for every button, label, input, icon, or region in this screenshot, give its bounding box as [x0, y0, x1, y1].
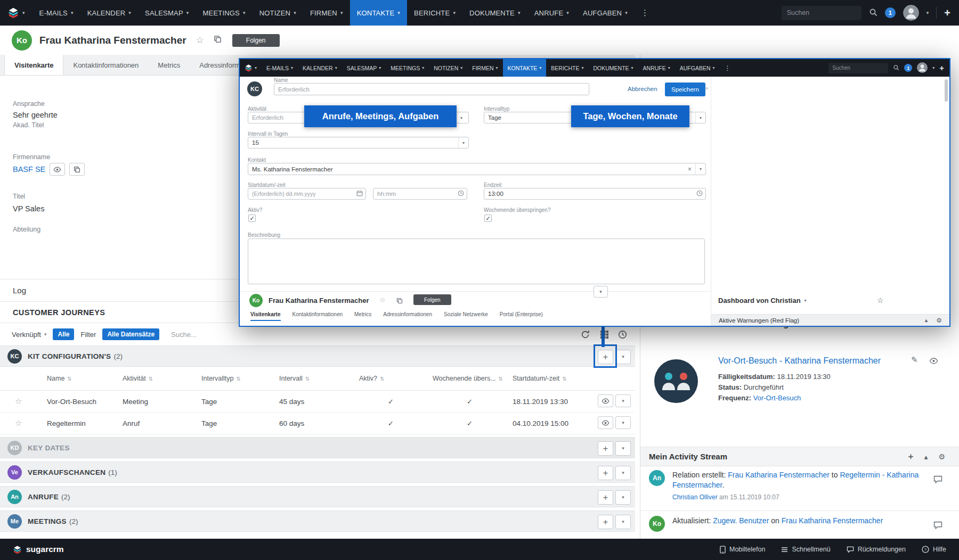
stream-link[interactable]: Frau Katharina Fenstermacher — [728, 471, 830, 479]
row-dropdown-button[interactable]: ▾ — [615, 394, 631, 407]
nav-item-anrufe[interactable]: ANRUFE▾ — [638, 59, 675, 77]
filter-label[interactable]: Filter — [80, 331, 96, 339]
copy-icon[interactable] — [396, 297, 403, 306]
nav-item-notizen[interactable]: NOTIZEN▾ — [429, 59, 467, 77]
journeys-search-input[interactable] — [171, 331, 240, 339]
gear-icon[interactable]: ⚙ — [938, 452, 945, 461]
sugarcrm-logo[interactable]: ▾ — [0, 0, 32, 26]
follow-button[interactable]: Folgen — [232, 34, 280, 47]
preview-eye-button[interactable] — [598, 394, 613, 407]
user-avatar[interactable] — [903, 5, 919, 21]
verkaufschancen-panel[interactable]: Ve VERKAUFSCHANCEN (1) + ▾ — [0, 462, 635, 483]
nav-item-meetings[interactable]: MEETINGS▾ — [386, 59, 429, 77]
mobile-phone-link[interactable]: Mobiltelefon — [720, 546, 765, 554]
active-checkbox[interactable]: ✓ — [248, 215, 256, 222]
chevron-down-icon[interactable]: ▾ — [932, 66, 934, 70]
tab-metrics[interactable]: Metrics — [148, 55, 190, 75]
frequency-link[interactable]: Vor-Ort-Besuch — [753, 394, 801, 402]
row-name-link[interactable]: Regeltermin — [47, 413, 86, 434]
nav-item-emails[interactable]: E-MAILS▾ — [32, 0, 80, 26]
calendar-icon[interactable] — [356, 189, 363, 199]
follow-button[interactable]: Folgen — [413, 294, 451, 305]
copy-icon[interactable] — [214, 35, 222, 45]
nav-item-kalender[interactable]: KALENDER▾ — [80, 0, 138, 26]
help-link[interactable]: ? Hilfe — [922, 546, 946, 553]
tab-soziale-netzwerke[interactable]: Soziale Netzwerke — [444, 311, 488, 321]
nav-item-kontakte[interactable]: KONTAKTE▾ — [350, 0, 407, 26]
warnings-panel-header[interactable]: Aktive Warnungen (Red Flag) ▴ ⚙ — [711, 314, 949, 326]
nav-item-aufgaben[interactable]: AUFGABEN▾ — [675, 59, 720, 77]
tab-visitenkarte[interactable]: Visitenkarte — [250, 311, 281, 321]
interval-days-select[interactable]: 15 ▾ — [248, 137, 469, 149]
stream-user-link[interactable]: Christian Olliver — [672, 493, 718, 501]
comment-icon[interactable] — [933, 521, 942, 532]
favorite-star-icon[interactable]: ☆ — [15, 391, 22, 412]
column-aktiv[interactable]: Aktiv?⇅ — [359, 367, 384, 390]
global-search-input[interactable] — [828, 63, 888, 73]
nav-item-kontakte[interactable]: KONTAKTE▾ — [503, 59, 547, 77]
global-search-input[interactable] — [782, 6, 862, 20]
tab-kontaktinformationen[interactable]: Kontaktinformationen — [63, 55, 148, 75]
column-intervalltyp[interactable]: Intervalltyp⇅ — [201, 367, 241, 390]
preview-eye-icon[interactable] — [929, 357, 938, 366]
nav-item-aufgaben[interactable]: AUFGABEN▾ — [576, 0, 635, 26]
tab-adressinformationen[interactable]: Adressinformationen — [383, 311, 432, 321]
nav-item-dokumente[interactable]: DOKUMENTE▾ — [588, 59, 638, 77]
skip-weekend-check-icon[interactable]: ✓ — [467, 413, 473, 434]
favorite-star-icon[interactable]: ☆ — [15, 413, 22, 434]
quick-create-button[interactable]: + — [944, 7, 950, 19]
dashboard-title-dropdown[interactable]: Dashboard von Christian▾ — [718, 297, 807, 304]
clock-icon[interactable] — [458, 189, 464, 199]
copy-button[interactable] — [69, 163, 85, 176]
column-intervall[interactable]: Intervall⇅ — [279, 367, 310, 390]
add-button[interactable]: + — [598, 441, 613, 456]
key-dates-panel[interactable]: KD KEY DATES + ▾ — [0, 437, 635, 458]
gear-icon[interactable]: ⚙ — [936, 317, 942, 324]
favorite-star-icon[interactable]: ☆ — [196, 35, 204, 46]
panel-dropdown-button[interactable]: ▾ — [615, 466, 631, 480]
chevron-down-icon[interactable]: ▾ — [927, 11, 929, 15]
clock-icon[interactable] — [696, 189, 703, 199]
save-button[interactable]: Speichern — [665, 83, 705, 96]
start-time-input[interactable] — [373, 188, 467, 200]
clear-icon[interactable]: × — [684, 166, 695, 173]
nav-item-anrufe[interactable]: ANRUFE▾ — [527, 0, 576, 26]
sugarcrm-footer-logo[interactable]: sugarcrm — [13, 545, 64, 554]
search-icon[interactable] — [893, 64, 899, 72]
nav-item-berichte[interactable]: BERICHTE▾ — [546, 59, 588, 77]
nav-item-meetings[interactable]: MEETINGS▾ — [196, 0, 252, 26]
add-button[interactable]: + — [598, 490, 613, 505]
add-icon[interactable]: + — [908, 451, 913, 462]
stream-link[interactable]: Zugew. Benutzer — [713, 516, 769, 525]
row-dropdown-button[interactable]: ▾ — [615, 416, 631, 429]
all-filter-pill[interactable]: Alle — [53, 328, 74, 340]
name-input[interactable] — [274, 83, 589, 95]
stream-link[interactable]: Frau Katharina Fenstermacher — [782, 516, 883, 525]
collapse-drawer-button[interactable]: ▾ — [594, 286, 608, 298]
nav-item-firmen[interactable]: FIRMEN▾ — [303, 0, 350, 26]
panel-dropdown-button[interactable]: ▾ — [615, 490, 631, 505]
company-link[interactable]: BASF SE — [13, 165, 45, 174]
nav-item-salesmap[interactable]: SALESMAP▾ — [138, 0, 196, 26]
favorite-star-icon[interactable]: ☆ — [379, 296, 386, 304]
notification-badge[interactable]: 1 — [904, 64, 912, 72]
panel-dropdown-button[interactable]: ▾ — [615, 515, 631, 529]
tab-kontaktinformationen[interactable]: Kontaktinformationen — [292, 311, 343, 321]
edit-pencil-icon[interactable]: ✎ — [911, 355, 918, 365]
quick-create-button[interactable]: + — [939, 63, 944, 72]
kit-activity-link[interactable]: Vor-Ort-Besuch - Katharina Fenstermacher — [718, 356, 881, 365]
column-wochenende[interactable]: Wochenende übers...⇅ — [433, 367, 503, 390]
column-name[interactable]: Name⇅ — [47, 367, 72, 390]
add-button[interactable]: + — [598, 515, 613, 529]
chevron-down-icon[interactable]: ▾ — [460, 116, 462, 120]
description-textarea[interactable] — [248, 238, 705, 284]
nav-item-emails[interactable]: E-MAILS▾ — [262, 59, 298, 77]
active-check-icon[interactable]: ✓ — [388, 391, 394, 412]
row-name-link[interactable]: Vor-Ort-Besuch — [47, 391, 96, 412]
tab-metrics[interactable]: Metrics — [354, 311, 371, 321]
tab-portal-enterprise[interactable]: Portal (Enterprise) — [500, 311, 543, 321]
nav-item-firmen[interactable]: FIRMEN▾ — [467, 59, 502, 77]
linked-filter-dropdown[interactable]: Verknüpft▾ — [12, 331, 46, 339]
skip-weekend-checkbox[interactable]: ✓ — [484, 215, 492, 222]
skip-weekend-check-icon[interactable]: ✓ — [467, 391, 473, 412]
